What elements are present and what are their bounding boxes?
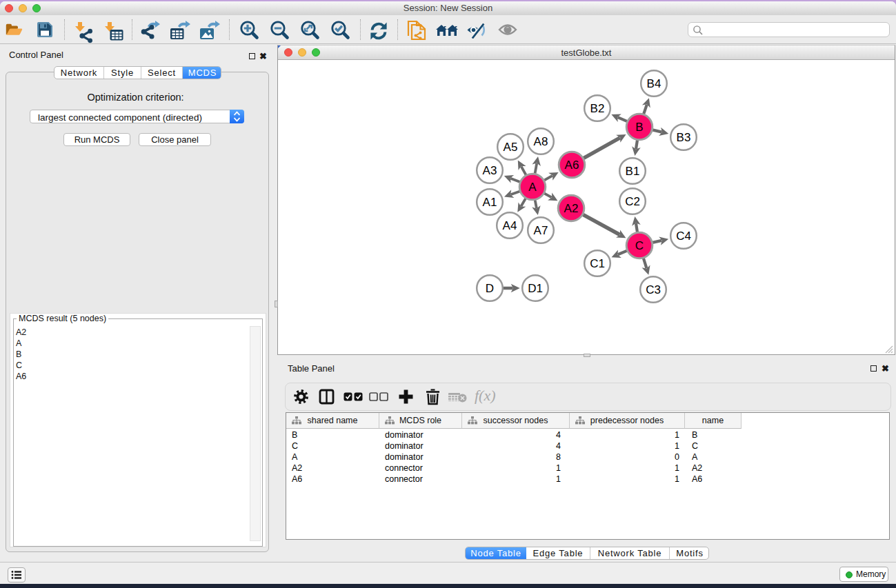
- svg-text:B: B: [635, 121, 643, 134]
- svg-text:C4: C4: [676, 230, 691, 243]
- svg-text:A4: A4: [503, 219, 517, 232]
- svg-text:C3: C3: [646, 283, 661, 296]
- svg-text:A7: A7: [534, 224, 548, 237]
- svg-text:A2: A2: [564, 202, 579, 215]
- svg-text:A3: A3: [483, 164, 497, 177]
- svg-text:A1: A1: [483, 196, 497, 209]
- svg-text:B3: B3: [677, 131, 691, 144]
- svg-text:C: C: [635, 239, 644, 252]
- svg-text:D1: D1: [528, 282, 543, 295]
- svg-text:B1: B1: [626, 165, 640, 178]
- svg-text:B4: B4: [647, 77, 661, 90]
- svg-text:B2: B2: [590, 102, 605, 115]
- svg-text:A5: A5: [504, 141, 518, 154]
- svg-text:C2: C2: [625, 195, 640, 208]
- svg-text:A6: A6: [565, 159, 579, 172]
- svg-text:A: A: [528, 181, 537, 194]
- svg-text:C1: C1: [590, 257, 605, 270]
- svg-text:D: D: [486, 282, 494, 295]
- svg-text:A8: A8: [534, 135, 548, 148]
